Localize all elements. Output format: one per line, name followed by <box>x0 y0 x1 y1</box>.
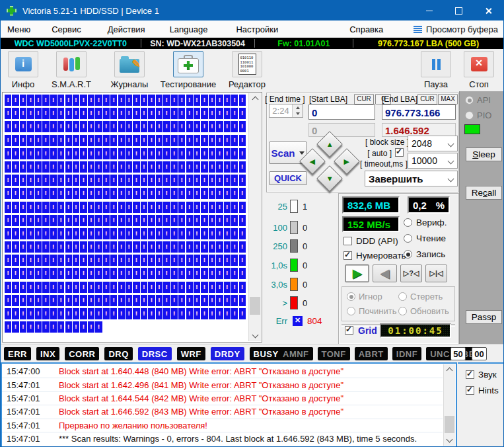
stop-button[interactable]: Стоп <box>461 51 497 89</box>
window-title: Victoria 5.21-1 HDD/SSD | Device 1 <box>22 6 159 16</box>
log-message: Block start at 1.642.496 (841 MB) Write … <box>59 380 343 390</box>
checkbox-icon <box>466 370 474 379</box>
register-lamp: CORR <box>65 347 99 360</box>
maximize-button[interactable] <box>444 1 474 20</box>
menu-item[interactable]: Сервис <box>52 24 81 34</box>
scrollbar-thumb[interactable] <box>445 416 454 433</box>
back-button[interactable]: ◀ <box>373 264 397 282</box>
map-block: ! <box>65 175 72 186</box>
nav-button[interactable]: ▶ <box>334 148 360 175</box>
toolbar-button[interactable]: Инфо <box>5 49 42 89</box>
map-block: ! <box>148 268 155 279</box>
mode-checkbox-option[interactable]: DDD (API) <box>343 236 406 246</box>
end-time-spinner[interactable]: 2:24 <box>269 104 303 118</box>
spin-up-button[interactable] <box>293 104 303 111</box>
auto-label: [ auto ] <box>365 149 392 158</box>
menu-item[interactable]: Действия <box>108 24 145 34</box>
map-block: ! <box>103 202 110 213</box>
mode-checkbox-option[interactable]: Нумеровать <box>343 251 406 261</box>
scroll-down-button[interactable] <box>444 435 455 446</box>
passp-button[interactable]: Passp <box>466 310 502 324</box>
map-block: ! <box>201 148 207 159</box>
pause-button[interactable]: Пауза <box>417 51 454 89</box>
map-block: ! <box>133 121 139 132</box>
log-option[interactable]: Звук <box>466 370 504 380</box>
defect-radio-option[interactable]: Починить <box>347 304 398 319</box>
start-lba-input[interactable] <box>308 104 375 120</box>
log-scrollbar[interactable] <box>443 364 455 446</box>
nav-button[interactable]: ◀ <box>299 148 326 175</box>
map-block: ! <box>156 241 162 253</box>
menu-item[interactable]: Language <box>170 24 208 34</box>
map-block: ! <box>231 188 238 199</box>
map-block: ! <box>5 148 11 159</box>
map-block: ! <box>20 321 26 333</box>
info-icon <box>15 57 32 71</box>
map-block: ! <box>178 148 185 159</box>
scrollbar-thumb[interactable] <box>250 297 260 315</box>
toolbar-button[interactable]: S.M.A.R.T <box>44 49 98 89</box>
close-button[interactable] <box>474 1 503 20</box>
map-block: ! <box>209 202 215 213</box>
block-size-select[interactable]: 2048 <box>408 136 458 151</box>
map-block: ! <box>133 295 139 306</box>
menu-item[interactable]: Настройки <box>236 24 278 34</box>
nav-button[interactable]: ▼ <box>316 165 343 192</box>
map-block: ! <box>186 148 193 159</box>
interface-radio-option[interactable]: PIO <box>465 110 504 120</box>
finish-action-select[interactable]: Завершить <box>365 171 458 186</box>
spin-down-button[interactable] <box>293 111 303 118</box>
end-lba-input[interactable] <box>382 104 456 120</box>
minimize-button[interactable] <box>414 1 444 20</box>
map-block: ! <box>133 135 139 146</box>
editor-icon <box>238 54 256 75</box>
seek-end-button[interactable]: ▷|◁ <box>425 264 447 282</box>
end-lba-max-button[interactable]: MAX <box>438 94 458 104</box>
map-block: ! <box>27 268 34 279</box>
map-block: ! <box>148 121 155 132</box>
play-button[interactable]: ▶ <box>345 264 369 282</box>
scroll-up-button[interactable] <box>444 364 455 375</box>
seek-error-button[interactable]: ▷?◁ <box>400 264 422 282</box>
defect-radio-option[interactable]: Обновить <box>398 304 450 319</box>
defect-radio-option[interactable]: Игнор <box>347 290 398 304</box>
map-block: ! <box>80 241 87 253</box>
map-block: ! <box>231 95 238 106</box>
scroll-up-button[interactable] <box>249 93 261 104</box>
map-block: ! <box>239 95 246 106</box>
buffer-view-button[interactable]: Просмотр буфера <box>414 24 498 34</box>
map-block: ! <box>20 175 26 186</box>
map-scrollbar[interactable] <box>248 93 261 341</box>
sleep-button[interactable]: Sleep <box>466 147 502 161</box>
radio-icon <box>465 111 474 120</box>
toolbar-button[interactable]: Тестирование <box>158 49 219 89</box>
menu-item[interactable]: Меню <box>7 24 30 34</box>
error-flag-lamp: UNC <box>426 347 454 360</box>
mode-radio-option[interactable]: Запись <box>404 249 447 259</box>
legend-count: 0 <box>303 298 307 308</box>
map-block: ! <box>35 255 42 266</box>
scroll-down-button[interactable] <box>249 331 261 341</box>
defect-radio-option[interactable]: Стереть <box>398 290 450 304</box>
interface-radio-option[interactable]: API <box>465 95 504 105</box>
map-block: ! <box>141 215 147 226</box>
toolbar-button[interactable]: Журналы <box>104 49 155 89</box>
auto-checkbox[interactable] <box>395 148 404 157</box>
end-lba-cur-button[interactable]: CUR <box>417 94 437 104</box>
toolbar-icon-box <box>56 51 87 77</box>
start-lba-cur-button[interactable]: CUR <box>354 94 374 104</box>
recall-button[interactable]: Recall <box>466 186 502 200</box>
toolbar-icon-box <box>173 51 203 77</box>
timeout-select[interactable]: 10000 <box>408 153 458 169</box>
map-block: ! <box>65 148 72 159</box>
nav-button[interactable]: ▲ <box>316 131 343 157</box>
mode-radio-option[interactable]: Чтение <box>404 233 447 243</box>
grid-checkbox[interactable] <box>345 326 353 335</box>
log-option[interactable]: Hints <box>466 386 504 395</box>
map-block: ! <box>201 228 207 239</box>
mode-radio-option[interactable]: Вериф. <box>404 218 447 227</box>
map-block: ! <box>186 108 193 119</box>
menu-item[interactable]: Справка <box>349 24 383 34</box>
toolbar-button[interactable]: Редактор <box>221 49 273 89</box>
map-block: ! <box>186 135 193 146</box>
